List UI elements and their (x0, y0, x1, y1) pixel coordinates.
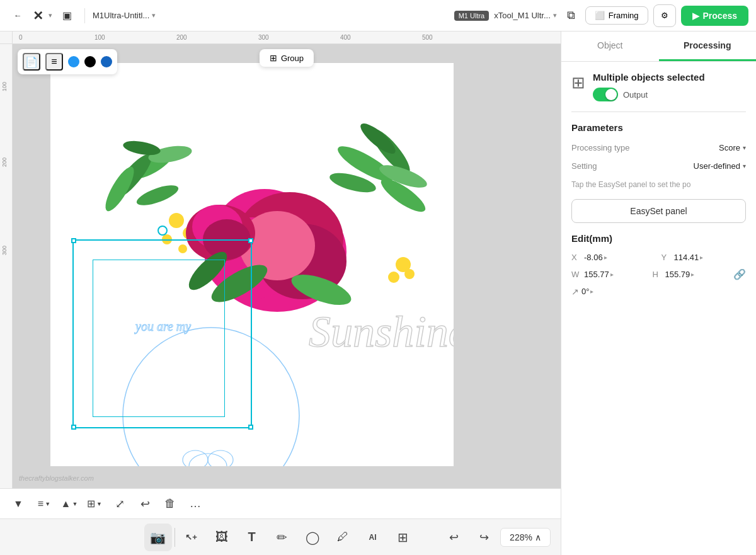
setting-dropdown[interactable]: User-defined ▾ (694, 161, 746, 171)
angle-row: ↗ 0° ▸ (571, 287, 746, 297)
gear-button[interactable]: ⚙ (653, 4, 676, 27)
canvas-area[interactable]: 0 100 200 300 400 500 100 200 300 📄 (0, 31, 561, 555)
color-dark-blue[interactable] (101, 56, 112, 67)
parameters-section: Parameters Processing type Score ▾ Setti… (571, 122, 746, 223)
w-label: W (571, 270, 581, 279)
layers-button[interactable]: ≡ (45, 53, 63, 71)
setting-row: Setting User-defined ▾ (571, 161, 746, 171)
processing-type-dropdown[interactable]: Score ▾ (719, 143, 746, 152)
color-blue[interactable] (68, 56, 79, 67)
multi-objects-icon: ⊞ (571, 73, 585, 93)
edit-title: Edit(mm) (571, 233, 746, 244)
setting-arrow: ▾ (743, 163, 746, 169)
ruler-mark-500: 500 (422, 34, 433, 41)
layout-button[interactable]: ▣ (57, 7, 77, 24)
multi-objects-info: Multiple objects selected Output (593, 72, 746, 101)
y-arrow: ▸ (700, 254, 703, 261)
shape-tool-button[interactable]: ◯ (299, 524, 326, 551)
y-value[interactable]: 114.41 ▸ (674, 253, 704, 262)
watermark: thecraftyblogstalker.com (19, 474, 94, 482)
zoom-display[interactable]: 228% ∧ (500, 528, 551, 547)
multi-objects-section: ⊞ Multiple objects selected Output (571, 72, 746, 112)
process-button[interactable]: ▶ Process (681, 6, 748, 26)
ruler-mark-200: 200 (176, 34, 187, 41)
output-toggle[interactable] (593, 88, 618, 101)
align-button[interactable]: ≡▼ (33, 493, 55, 515)
ruler-mark-400: 400 (340, 34, 351, 41)
v-ruler-mark-300: 300 (1, 246, 8, 255)
canvas-paper: Sunshine you are my (50, 63, 454, 466)
svg-point-37 (208, 450, 233, 466)
svg-point-19 (404, 269, 415, 279)
horizontal-ruler: 0 100 200 300 400 500 (13, 31, 561, 44)
tab-processing[interactable]: Processing (659, 31, 757, 61)
ruler-mark-0: 0 (19, 34, 23, 41)
more-button[interactable]: … (184, 493, 207, 515)
topbar: ← ✕ ▾ ▣ M1Ultra-Untitl... ▾ M1 Ultra xTo… (0, 0, 756, 31)
ai-tool-button[interactable]: AI (359, 524, 387, 551)
multi-objects-title: Multiple objects selected (593, 72, 746, 83)
copy-button[interactable]: ⧉ (562, 6, 580, 25)
select-tool-button[interactable]: ↖+ (178, 524, 205, 551)
canvas-body: 100 200 300 📄 ≡ (0, 44, 561, 488)
tab-object[interactable]: Object (561, 31, 659, 61)
w-value[interactable]: 155.77 ▸ (584, 270, 614, 279)
params-title: Parameters (571, 122, 746, 133)
angle-value[interactable]: 0° ▸ (581, 287, 593, 296)
x-field: X -8.06 ▸ (571, 253, 656, 262)
topbar-right: M1 Ultra xTool_M1 Ultr... ▾ ⧉ ⬜ Framing … (454, 4, 748, 27)
w-arrow: ▸ (610, 271, 614, 278)
y-label: Y (662, 253, 672, 262)
processing-type-row: Processing type Score ▾ (571, 143, 746, 152)
svg-point-14 (162, 234, 172, 244)
group-icon: ⊞ (270, 53, 277, 63)
new-doc-button[interactable]: 📄 (23, 53, 40, 71)
layers-icon: ≡ (51, 56, 57, 67)
device-dropdown-icon: ▾ (553, 11, 557, 20)
zoom-up-icon: ∧ (535, 532, 541, 542)
v-ruler-mark-200: 200 (1, 157, 8, 167)
x-arrow: ▸ (604, 254, 607, 261)
svg-point-28 (203, 219, 251, 260)
main-area: 0 100 200 300 400 500 100 200 300 📄 (0, 31, 756, 555)
svg-point-9 (357, 119, 399, 158)
svg-point-34 (123, 328, 299, 466)
combine-button[interactable]: ⊞▼ (83, 493, 106, 515)
processing-type-arrow: ▾ (743, 144, 746, 151)
ruler-corner (0, 31, 13, 44)
brush-tool-button[interactable]: 🖊 (329, 524, 357, 551)
x-label: X (571, 253, 581, 262)
arrange-button[interactable]: ▼ (8, 493, 30, 515)
right-panel: Object Processing ⊞ Multiple objects sel… (561, 31, 756, 555)
x-logo: ✕ (33, 8, 43, 23)
flip-button[interactable]: ↩ (134, 493, 156, 515)
setting-label: Setting (571, 161, 597, 171)
text-tool-button[interactable]: T (238, 524, 266, 551)
easyset-button[interactable]: EasySet panel (571, 199, 746, 223)
framing-button[interactable]: ⬜ Framing (585, 6, 648, 25)
text-style-button[interactable]: ▲▼ (58, 493, 81, 515)
lock-icon[interactable]: 🔗 (733, 268, 746, 280)
delete-button[interactable]: 🗑 (159, 493, 181, 515)
output-row: Output (593, 88, 746, 101)
h-value[interactable]: 155.79 ▸ (665, 270, 695, 279)
image-tool-button[interactable]: 🖼 (208, 524, 236, 551)
process-play-icon: ▶ (692, 11, 699, 21)
color-black[interactable] (84, 56, 96, 67)
ruler-mark-100: 100 (94, 34, 105, 41)
panel-content: ⊞ Multiple objects selected Output Param… (561, 62, 756, 313)
transform-button[interactable]: ⤢ (108, 493, 131, 515)
ruler-mark-300: 300 (258, 34, 269, 41)
camera-tool-button[interactable]: 📷 (144, 524, 172, 551)
edit-xy-row: X -8.06 ▸ Y 114.41 ▸ (571, 253, 746, 262)
hint-text: Tap the EasySet panel to set the po (571, 180, 746, 190)
pen-tool-button[interactable]: ✏ (268, 524, 296, 551)
x-value[interactable]: -8.06 ▸ (584, 253, 607, 262)
redo-button[interactable]: ↪ (470, 524, 498, 551)
h-arrow: ▸ (691, 271, 694, 278)
undo-button[interactable]: ↩ (440, 524, 467, 551)
canvas-workspace[interactable]: 📄 ≡ ⊞ Group (13, 44, 561, 488)
grid-tool-button[interactable]: ⊞ (389, 524, 417, 551)
back-button[interactable]: ← (8, 6, 28, 26)
w-field: W 155.77 ▸ (571, 270, 648, 279)
